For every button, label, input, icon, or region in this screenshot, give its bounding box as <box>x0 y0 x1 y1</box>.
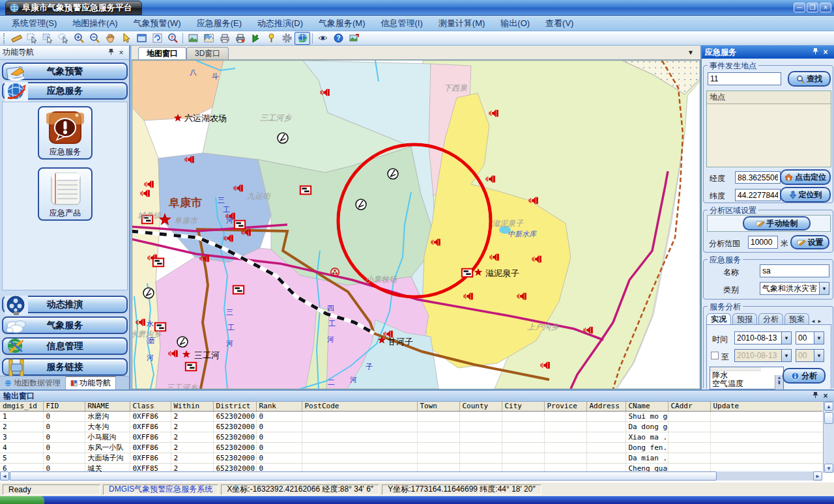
instrument-marker[interactable] <box>388 169 398 179</box>
set-range-button[interactable]: 设置 <box>790 235 829 249</box>
close-button[interactable]: × <box>820 3 831 12</box>
tab-3d-view[interactable]: 3D窗口 <box>186 47 229 59</box>
nav-group-weather-warning[interactable]: 气象预警 <box>2 63 128 80</box>
tab-map-view[interactable]: 地图窗口 <box>138 47 186 59</box>
printer-color-icon[interactable] <box>232 32 248 45</box>
column-header[interactable]: FID <box>43 402 85 411</box>
scroll-right-icon[interactable]: ► <box>813 471 822 481</box>
tab-scroll-left-icon[interactable]: ◄ <box>811 318 816 324</box>
image-export-icon[interactable] <box>346 32 362 45</box>
output-vertical-scrollbar[interactable]: ▲ ▼ <box>823 402 834 473</box>
location-list[interactable]: 地点 <box>706 91 831 167</box>
locate-to-button[interactable]: 定位到 <box>780 187 831 203</box>
close-icon[interactable]: × <box>820 391 831 400</box>
output-horizontal-scrollbar[interactable]: ◄ ► <box>0 471 822 481</box>
list-item[interactable]: 空气温度 <box>710 380 783 388</box>
pin-icon[interactable] <box>810 48 820 57</box>
column-header[interactable]: CName <box>626 402 668 411</box>
dropdown-icon[interactable]: ▼ <box>781 350 791 361</box>
pan-hand-icon[interactable] <box>102 32 118 45</box>
dropdown-icon[interactable]: ▼ <box>814 332 824 344</box>
measure-icon[interactable] <box>8 32 24 45</box>
station-flag-marker[interactable] <box>300 186 311 195</box>
column-header[interactable]: City <box>502 402 544 411</box>
instrument-marker[interactable] <box>177 337 188 347</box>
hour-to-select[interactable]: 00 ▼ <box>796 349 824 362</box>
menu-item[interactable]: 输出(O) <box>493 16 538 31</box>
pointer-icon[interactable] <box>118 32 134 45</box>
tab-map-data-management[interactable]: 地图数据管理 <box>0 376 66 389</box>
pin-icon[interactable] <box>810 391 820 400</box>
nav-group-emergency-service[interactable]: 应急服务 <box>2 82 128 100</box>
column-header[interactable]: District <box>213 402 256 411</box>
select-box-icon[interactable] <box>24 32 40 45</box>
menu-item[interactable]: 动态推演(D) <box>250 16 311 31</box>
tab-list-dropdown-icon[interactable]: ▼ <box>687 49 694 56</box>
tab-scroll-right-icon[interactable]: ► <box>817 318 822 324</box>
map-export-icon[interactable] <box>201 32 216 45</box>
tab-plan[interactable]: 预案 <box>784 313 809 324</box>
nav-group-service-links[interactable]: 服务链接 <box>2 358 128 376</box>
nav-group-dynamic-deduction[interactable]: 动态推演 <box>2 296 128 313</box>
window-extent-icon[interactable] <box>134 32 149 45</box>
menu-item[interactable]: 系统管理(S) <box>4 16 65 31</box>
manual-draw-button[interactable]: 手动绘制 <box>743 216 811 231</box>
column-header[interactable]: Town <box>417 402 459 411</box>
table-row[interactable]: 20大冬沟0XFF8626523020000Da dong gou <box>0 421 822 432</box>
table-row[interactable]: 50大面场子沟0XFF8626523020000Da mian ... <box>0 453 822 463</box>
menu-item[interactable]: 气象服务(M) <box>311 16 373 31</box>
close-icon[interactable]: × <box>820 48 831 57</box>
column-header[interactable]: Provice <box>544 402 586 411</box>
place-pin-icon[interactable] <box>263 32 279 45</box>
station-flag-marker[interactable] <box>153 259 164 267</box>
select-cursor-icon[interactable] <box>40 32 55 45</box>
nav-group-info-management[interactable]: 信息管理 <box>2 337 128 355</box>
range-input[interactable] <box>748 236 778 249</box>
instrument-marker[interactable] <box>143 288 154 298</box>
arrow-green-icon[interactable] <box>248 32 263 45</box>
menu-item[interactable]: 应急服务(E) <box>189 16 250 31</box>
click-locate-button[interactable]: 点击定位 <box>780 169 831 185</box>
table-row[interactable]: 40东风一小队0XFF8626523020000Dong fen... <box>0 442 822 453</box>
column-header[interactable]: PostCode <box>302 402 417 411</box>
minimize-button[interactable]: ─ <box>794 3 805 12</box>
tab-analysis[interactable]: 分析 <box>758 313 783 324</box>
scroll-down-icon[interactable]: ▼ <box>824 464 833 473</box>
help-icon[interactable]: ? <box>330 32 346 45</box>
station-flag-marker[interactable] <box>186 363 197 371</box>
tab-forecast[interactable]: 预报 <box>732 313 757 324</box>
date-select[interactable]: 2010-08-13 ▼ <box>734 331 792 344</box>
eye-icon[interactable] <box>315 32 330 45</box>
column-header[interactable]: Update <box>710 402 822 411</box>
menu-item[interactable]: 气象预警(W) <box>126 16 189 31</box>
column-header[interactable]: County <box>459 402 502 411</box>
restore-button[interactable]: ❐ <box>807 3 818 12</box>
menu-item[interactable]: 地图操作(A) <box>65 16 125 31</box>
column-header[interactable]: RNAME <box>85 402 130 411</box>
table-row[interactable]: 10水磨沟0XFF8626523020000Shui mo gou <box>0 411 822 421</box>
start-button-edge[interactable] <box>0 496 44 504</box>
printer-icon[interactable] <box>216 32 232 45</box>
longitude-input[interactable] <box>735 171 781 184</box>
station-flag-marker[interactable] <box>462 269 473 277</box>
station-flag-marker[interactable] <box>235 221 246 229</box>
to-checkbox[interactable] <box>711 352 719 359</box>
menu-item[interactable]: 查看(V) <box>538 16 581 31</box>
pin-icon[interactable] <box>106 48 116 57</box>
gear-icon[interactable] <box>279 32 295 45</box>
zoom-in-icon[interactable] <box>71 32 87 45</box>
service-name-input[interactable] <box>760 264 829 277</box>
nav-group-weather-service[interactable]: 气象服务 <box>2 316 128 334</box>
dropdown-icon[interactable]: ▼ <box>819 283 829 294</box>
refresh-icon[interactable] <box>149 32 165 45</box>
instrument-marker[interactable] <box>356 199 366 210</box>
latitude-input[interactable] <box>735 189 781 201</box>
column-header[interactable]: dmgis_id <box>0 402 43 411</box>
scroll-left-icon[interactable]: ◄ <box>0 471 9 481</box>
image-icon[interactable] <box>185 32 201 45</box>
dropdown-icon[interactable]: ▼ <box>781 332 791 344</box>
scroll-up-icon[interactable]: ▲ <box>824 402 833 411</box>
zoom-query-icon[interactable]: ? <box>165 32 180 45</box>
dropdown-icon[interactable]: ▼ <box>814 350 824 361</box>
table-row[interactable]: 30小马厩沟0XFF8626523020000Xiao ma ... <box>0 432 822 442</box>
